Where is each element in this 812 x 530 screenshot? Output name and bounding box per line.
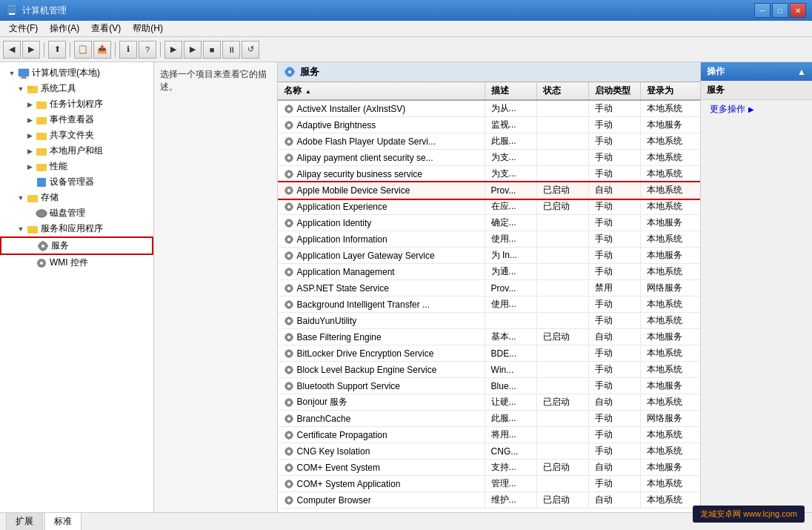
cell-login: 本地系统 (641, 150, 700, 165)
cell-desc: 支持... (485, 460, 537, 475)
cell-starttype: 手动 (589, 345, 641, 361)
tree-services[interactable]: ▶ 服务 (0, 236, 153, 255)
services-header-label: 服务 (300, 65, 319, 79)
cell-desc: 为从... (485, 101, 537, 116)
table-row[interactable]: Certificate Propagation 将用... 手动 本地系统 (278, 427, 700, 443)
svg-point-26 (288, 70, 291, 73)
tree-performance[interactable]: ▶ 性能 (0, 159, 153, 174)
table-row[interactable]: Alipay security business service 为支... 手… (278, 166, 700, 182)
tree-systools[interactable]: ▼ 系统工具 (0, 81, 153, 96)
table-row[interactable]: Bonjour 服务 让硬... 已启动 自动 本地系统 (278, 394, 700, 411)
devicemgr-icon (36, 176, 47, 188)
up-button[interactable]: ⬆ (48, 41, 66, 59)
systools-label: 系统工具 (41, 82, 76, 95)
tab-standard[interactable]: 标准 (44, 512, 81, 530)
help-button[interactable]: ? (139, 41, 156, 59)
col-starttype[interactable]: 启动类型 (589, 82, 641, 99)
col-desc[interactable]: 描述 (485, 82, 537, 99)
menu-view[interactable]: 查看(V) (85, 21, 127, 36)
cell-name: COM+ Event System (278, 460, 485, 475)
restart-button[interactable]: ↺ (242, 41, 259, 59)
tree-devicemgr[interactable]: ▶ 设备管理器 (0, 174, 153, 190)
tree-diskmgr[interactable]: ▶ 磁盘管理 (0, 205, 153, 221)
table-row[interactable]: ASP.NET State Service Prov... 禁用 网络服务 (278, 280, 700, 297)
service-gear-icon (284, 430, 294, 440)
bottom-tabs: 扩展 标准 (0, 512, 812, 530)
table-row[interactable]: Application Information 使用... 手动 本地系统 (278, 231, 700, 248)
servicesapps-icon (27, 223, 39, 235)
cell-desc: 为 In... (485, 248, 537, 263)
table-row[interactable]: Bluetooth Support Service Blue... 手动 本地服… (278, 378, 700, 394)
tree-storage[interactable]: ▼ 存储 (0, 190, 153, 205)
tree-servicesapps[interactable]: ▼ 服务和应用程序 (0, 221, 153, 236)
show-hide-button[interactable]: 📋 (74, 41, 92, 59)
pause-button[interactable]: ⏸ (222, 41, 240, 59)
menu-action[interactable]: 操作(A) (44, 21, 85, 36)
cell-desc: Win... (485, 362, 537, 377)
table-row[interactable]: Adobe Flash Player Update Servi... 此服...… (278, 133, 700, 150)
play2-button[interactable]: ▶ (184, 41, 202, 59)
diskmgr-icon (36, 208, 47, 219)
play-button[interactable]: ▶ (164, 41, 182, 59)
tree-sharedfolders[interactable]: ▶ 共享文件夹 (0, 127, 153, 143)
table-row[interactable]: Block Level Backup Engine Service Win...… (278, 362, 700, 378)
table-row[interactable]: Base Filtering Engine 基本... 已启动 自动 本地服务 (278, 329, 700, 345)
svg-rect-104 (288, 225, 290, 227)
menu-help[interactable]: 帮助(H) (127, 21, 169, 36)
svg-point-242 (287, 449, 290, 452)
svg-rect-163 (288, 317, 290, 318)
tree-eventviewer[interactable]: ▶ 事件查看器 (0, 112, 153, 127)
table-row[interactable]: Apple Mobile Device Service Prov... 已启动 … (278, 182, 700, 199)
cell-desc: 此服... (485, 411, 537, 426)
table-row[interactable]: Computer Browser 维护... 已启动 自动 本地系统 (278, 492, 700, 509)
table-row[interactable]: BitLocker Drive Encryption Service BDE..… (278, 345, 700, 362)
table-row[interactable]: Background Intelligent Transfer ... 使用..… (278, 297, 700, 313)
stop-button[interactable]: ■ (203, 41, 221, 59)
cell-starttype: 手动 (589, 150, 641, 165)
table-row[interactable]: CNG Key Isolation CNG... 手动 本地系统 (278, 443, 700, 460)
tree-localusers[interactable]: ▶ 本地用户和组 (0, 143, 153, 159)
tree-wmi[interactable]: ▶ WMI 控件 (0, 255, 153, 271)
table-row[interactable]: COM+ System Application 管理... 手动 本地系统 (278, 476, 700, 492)
menu-file[interactable]: 文件(F) (3, 21, 44, 36)
back-button[interactable]: ◀ (3, 41, 21, 59)
properties-button[interactable]: ℹ (119, 41, 137, 59)
cell-name: Computer Browser (278, 492, 485, 508)
maximize-button[interactable]: □ (772, 3, 788, 18)
taskscheduler-expand: ▶ (24, 99, 36, 110)
close-button[interactable]: ✕ (790, 3, 806, 18)
table-row[interactable]: Application Layer Gateway Service 为 In..… (278, 248, 700, 264)
tab-expand[interactable]: 扩展 (6, 512, 43, 530)
cell-name: Certificate Propagation (278, 427, 485, 443)
svg-rect-22 (46, 245, 48, 247)
table-row[interactable]: BranchCache 此服... 手动 网络服务 (278, 411, 700, 427)
svg-rect-156 (291, 304, 293, 305)
col-login[interactable]: 登录为 (641, 82, 700, 99)
cell-login: 本地服务 (641, 248, 700, 263)
table-row[interactable]: Alipay payment client security se... 为支.… (278, 150, 700, 166)
table-row[interactable]: BaiduYunUtility 手动 本地系统 (278, 313, 700, 329)
table-row[interactable]: Application Management 为通... 手动 本地系统 (278, 264, 700, 280)
svg-rect-276 (291, 500, 293, 501)
minimize-button[interactable]: ─ (754, 3, 771, 18)
service-gear-icon (284, 169, 294, 179)
col-name[interactable]: 名称 ▲ (278, 82, 485, 99)
systools-expand: ▼ (15, 83, 27, 95)
svg-rect-153 (288, 300, 290, 302)
col-status[interactable]: 状态 (537, 82, 589, 99)
ops-more-actions[interactable]: 更多操作 ▶ (701, 100, 812, 119)
table-row[interactable]: ActiveX Installer (AxInstSV) 为从... 手动 本地… (278, 101, 700, 117)
export-button[interactable]: 📤 (93, 41, 111, 59)
table-row[interactable]: Adaptive Brightness 监视... 手动 本地服务 (278, 117, 700, 133)
tree-taskscheduler[interactable]: ▶ 任务计划程序 (0, 96, 153, 112)
tree-root[interactable]: ▼ 计算机管理(本地) (0, 65, 153, 81)
table-row[interactable]: Application Experience 在应... 已启动 手动 本地系统 (278, 199, 700, 215)
cell-name: Application Experience (278, 199, 485, 214)
table-row[interactable]: Application Identity 确定... 手动 本地服务 (278, 215, 700, 231)
table-row[interactable]: COM+ Event System 支持... 已启动 自动 本地服务 (278, 460, 700, 476)
toolbar-separator-4 (160, 42, 161, 57)
cell-desc: 基本... (485, 329, 537, 345)
cell-name: Alipay security business service (278, 166, 485, 182)
main-container: ▼ 计算机管理(本地) ▼ 系统工具 ▶ 任务计划程序 ▶ 事件查看器 ▶ 共享… (0, 62, 812, 512)
forward-button[interactable]: ▶ (22, 41, 40, 59)
